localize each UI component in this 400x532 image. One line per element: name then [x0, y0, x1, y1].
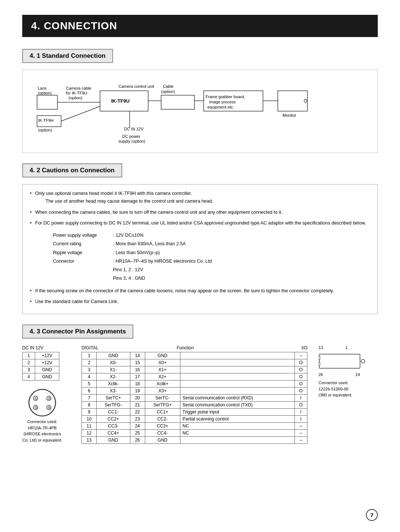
table-row: 8SerTFG-21SerTFG+Serial communication co… — [82, 402, 307, 409]
digital-table: 1GND14GND–2X0-15X0+O3X1-16X1+O4X2-17X2+O… — [81, 352, 307, 444]
svg-text:DC power: DC power — [122, 134, 140, 139]
table-row: 13GND26GND– — [82, 437, 307, 444]
digital-table-cell: X1+ — [145, 366, 180, 373]
digital-table-cell: O — [295, 402, 307, 409]
svg-text:IK-TF9H: IK-TF9H — [38, 118, 54, 123]
caution-item-4: If the securing screw on the connector o… — [30, 287, 370, 295]
digital-table-cell: X0- — [97, 359, 130, 366]
digital-table-cell: SerTC- — [145, 395, 180, 402]
digital-table-cell: O — [295, 373, 307, 380]
digital-table-cell: CC4+ — [97, 430, 130, 437]
svg-text:①: ① — [34, 396, 37, 400]
dc-table-cell: GND — [35, 366, 59, 373]
table-row: 3X1-16X1+O — [82, 366, 307, 373]
digital-table-cell: SerTFG- — [97, 402, 130, 409]
digital-table-cell: Xcllk+ — [145, 380, 180, 388]
dc-connector-diagram: ① ② ③ ④ Connector used: HR10A-7R-4PB (HI… — [22, 387, 62, 443]
digital-table-cell: 2 — [82, 359, 97, 366]
digital-table-cell: I — [295, 409, 307, 416]
table-row: 6X3-19X3+O — [82, 388, 307, 395]
digital-table-cell: Serial communication control (TXD) — [180, 402, 294, 409]
digital-table-cell: X2- — [97, 373, 130, 380]
dc-table-wrap: DC IN 12V 1+12V2+12V3GND4GND — [22, 345, 63, 380]
section-4-3: 4. 3 Connector Pin Assignments DC IN 12V… — [22, 325, 378, 444]
digital-table-cell: 20 — [130, 395, 145, 402]
digital-table-cell: 9 — [82, 409, 97, 416]
digital-table-cell — [180, 380, 294, 388]
table-row: 1GND14GND– — [82, 352, 307, 359]
dc-table-cell: GND — [35, 373, 59, 380]
svg-text:③: ③ — [34, 406, 37, 410]
digital-table-cell: 8 — [82, 402, 97, 409]
dc-table-cell: +12V — [35, 352, 59, 359]
svg-text:for IK-TF9U: for IK-TF9U — [66, 91, 87, 95]
svg-rect-0 — [37, 95, 57, 109]
digital-table-cell: SerTFG+ — [145, 402, 180, 409]
cautions-content: Only use optional camera head model # IK… — [22, 184, 378, 314]
digital-table-cell: X0+ — [145, 359, 180, 366]
digital-table-cell: X2+ — [145, 373, 180, 380]
right-connector-wrap: 13 1 26 14 Connector used: 12226-51000-0… — [319, 345, 378, 398]
digital-table-cell: O — [295, 359, 307, 366]
svg-text:Frame grabber board,: Frame grabber board, — [206, 94, 245, 99]
dc-section: DC IN 12V 1+12V2+12V3GND4GND ① ② — [22, 345, 70, 443]
specs-table: Power supply voltage: 12V DC±10% Current… — [52, 231, 213, 283]
caution-item-3: For DC power supply connecting to DC IN … — [30, 219, 370, 227]
digital-table-cell: CC3- — [97, 423, 130, 430]
digital-table-cell: 14 — [130, 352, 145, 359]
digital-table-cell: 3 — [82, 366, 97, 373]
digital-table-cell: 13 — [82, 437, 97, 444]
svg-text:equipment etc.: equipment etc. — [207, 105, 234, 109]
svg-rect-41 — [319, 356, 320, 359]
digital-table-cell: SerTC+ — [97, 395, 130, 402]
dc-table: 1+12V2+12V3GND4GND — [22, 352, 59, 380]
digital-table-cell: X3+ — [145, 388, 180, 395]
digital-table-cell: Trigger pulse input — [180, 409, 294, 416]
table-row: 9CC1-22CC1+Trigger pulse inputI — [82, 409, 307, 416]
svg-text:Cable: Cable — [163, 84, 174, 89]
table-row: 5Xcllk-18Xcllk+O — [82, 380, 307, 388]
digital-table-cell: – — [295, 430, 307, 437]
table-row: 12CC4+25CC4-NC– — [82, 430, 307, 437]
digital-table-cell: – — [295, 437, 307, 444]
table-row: 4X2-17X2+O — [82, 373, 307, 380]
digital-label: DIGITAL — [81, 345, 99, 350]
svg-text:supply (option): supply (option) — [119, 139, 145, 143]
digital-table-cell: 12 — [82, 430, 97, 437]
table-row: 10CC2+23CC2-Partial scanning controlI — [82, 416, 307, 423]
io-col-label: I/O — [301, 345, 307, 350]
digital-table-cell: Partial scanning control — [180, 416, 294, 423]
digital-table-cell: 6 — [82, 388, 97, 395]
digital-table-cell: 17 — [130, 373, 145, 380]
section-4-2: 4. 2 Cautions on Connection Only use opt… — [22, 163, 378, 314]
digital-table-cell: O — [295, 380, 307, 388]
svg-text:(option): (option) — [38, 91, 51, 95]
dc-connector-svg: ① ② ③ ④ — [27, 387, 58, 419]
digital-table-wrap: DIGITAL Function I/O 1GND14GND–2X0-15X0+… — [81, 345, 307, 444]
dc-table-cell: 4 — [23, 373, 35, 380]
digital-table-cell: 24 — [130, 423, 145, 430]
digital-table-cell — [180, 437, 294, 444]
digital-table-cell: 16 — [130, 366, 145, 373]
digital-table-cell: 25 — [130, 430, 145, 437]
table-row: 11CC3-24CC3+NC– — [82, 423, 307, 430]
digital-table-cell: 18 — [130, 380, 145, 388]
digital-table-cell: CC3+ — [145, 423, 180, 430]
svg-text:②: ② — [47, 396, 50, 400]
digital-table-cell: 4 — [82, 373, 97, 380]
svg-point-31 — [29, 389, 56, 416]
digital-table-cell: 11 — [82, 423, 97, 430]
connection-diagram: Lans (option) Camera cable for IK-TF9U (… — [22, 70, 378, 153]
connector-tables: DC IN 12V 1+12V2+12V3GND4GND ① ② — [22, 345, 378, 444]
dc-table-cell: +12V — [35, 359, 59, 366]
digital-table-cell: 5 — [82, 380, 97, 388]
caution-item-1: Only use optional camera head model # IK… — [30, 190, 370, 206]
dc-table-cell: 1 — [23, 352, 35, 359]
svg-line-17 — [61, 106, 100, 121]
function-col-label: Function — [177, 345, 194, 350]
right-conn-bottom-numbers: 26 14 — [319, 372, 360, 377]
digital-table-cell: 1 — [82, 352, 97, 359]
svg-rect-40 — [319, 354, 360, 368]
dc-label: DC IN 12V — [22, 345, 63, 350]
right-conn-label: Connector used: 12226-51000-00 (3M) or e… — [319, 380, 353, 398]
